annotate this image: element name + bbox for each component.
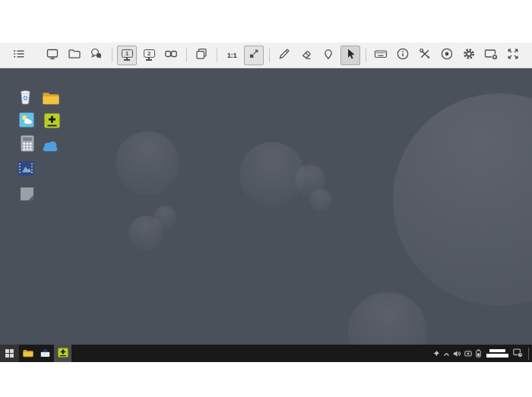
green-plus-app-icon: [58, 347, 68, 361]
monitor-1-icon: 1: [122, 49, 133, 60]
monitor-2-button[interactable]: 2: [139, 46, 159, 65]
chat-button[interactable]: [87, 46, 106, 65]
list-menu-icon: [12, 47, 26, 64]
dual-monitor-icon: [164, 47, 178, 64]
record-button[interactable]: [437, 46, 457, 65]
green-plus-app-icon[interactable]: [43, 112, 61, 130]
tools-button[interactable]: [415, 46, 435, 65]
laser-pointer-button[interactable]: [318, 46, 338, 65]
tray-pin-icon[interactable]: [432, 347, 440, 361]
settings-button[interactable]: [459, 46, 479, 65]
cloud-app-icon[interactable]: [41, 137, 59, 155]
cursor-button[interactable]: [340, 46, 360, 65]
chat-bubbles-icon: [90, 47, 103, 64]
record-icon: [440, 47, 454, 64]
actual-size-label: 1:1: [227, 51, 237, 59]
recycle-bin-icon[interactable]: [16, 87, 34, 106]
yellow-folder-icon[interactable]: [42, 89, 60, 107]
show-desktop-strip[interactable]: [528, 348, 529, 360]
map-pin-icon: [321, 47, 335, 64]
eraser-icon: [299, 47, 313, 64]
wallpaper-bubble: [128, 216, 163, 250]
file-transfer-button[interactable]: [65, 46, 84, 65]
file-explorer-button[interactable]: [19, 345, 36, 362]
toolbar-separator: [217, 49, 217, 62]
viewer-window: 1 2: [0, 0, 532, 397]
monitors-button[interactable]: [43, 46, 62, 65]
keyboard-button[interactable]: [371, 46, 391, 65]
monitor-1-label: 1: [125, 51, 128, 57]
volume-icon[interactable]: [453, 347, 461, 361]
toolbar-separator: [186, 49, 187, 62]
taskbar: [0, 345, 532, 362]
pencil-icon: [277, 47, 291, 64]
pencil-button[interactable]: [274, 46, 294, 65]
yellow-folder-icon: [23, 347, 33, 361]
monitor-icon: [46, 47, 59, 64]
expand-arrows-icon: [506, 47, 520, 64]
green-plus-app-button[interactable]: [54, 345, 71, 362]
folder-icon: [68, 47, 81, 64]
keyboard-icon: [374, 47, 388, 64]
hidden-icons-chevron-icon[interactable]: [443, 347, 450, 361]
wallpaper-bubble: [116, 131, 179, 195]
clock-area[interactable]: [486, 349, 508, 358]
display-icon[interactable]: [464, 347, 472, 361]
actual-size-button[interactable]: 1:1: [222, 46, 242, 65]
cascade-windows-button[interactable]: [192, 46, 211, 65]
start-button[interactable]: [0, 345, 19, 362]
menu-button[interactable]: [9, 46, 29, 65]
monitor-2-label: 2: [147, 51, 150, 57]
toolbar-separator: [269, 49, 270, 62]
weather-app-icon[interactable]: [17, 111, 36, 129]
info-icon: [396, 47, 410, 64]
scale-arrow-icon: [248, 48, 260, 63]
mail-button[interactable]: [36, 345, 54, 362]
monitor-1-button[interactable]: 1: [117, 46, 137, 65]
gear-icon: [462, 47, 476, 64]
system-tray: [432, 345, 532, 362]
remote-desktop[interactable]: [0, 68, 532, 362]
crossed-tools-icon: [418, 47, 432, 64]
mail-envelope-icon: [40, 347, 50, 361]
disconnect-button[interactable]: [481, 46, 501, 65]
fullscreen-button[interactable]: [503, 46, 523, 65]
monitor-2-icon: 2: [144, 49, 155, 60]
movies-app-icon[interactable]: [17, 159, 35, 178]
windows-logo-icon: [5, 347, 14, 361]
cascade-windows-icon: [195, 47, 208, 64]
wallpaper-bubble: [393, 93, 532, 306]
toolbar-separator: [112, 49, 112, 62]
scaled-view-button[interactable]: [244, 46, 264, 65]
calculator-app-icon[interactable]: [18, 134, 36, 153]
wallpaper-bubble: [309, 189, 332, 212]
notes-app-icon[interactable]: [17, 184, 36, 203]
clock-date-bar: [486, 354, 508, 358]
cursor-arrow-icon: [344, 47, 357, 64]
action-center-icon[interactable]: [513, 347, 523, 361]
battery-icon[interactable]: [475, 347, 482, 361]
clock-time-bar: [489, 349, 505, 352]
all-monitors-button[interactable]: [161, 46, 181, 65]
toolbar-separator: [366, 49, 366, 62]
viewer-toolbar: 1 2: [0, 43, 532, 68]
info-button[interactable]: [393, 46, 413, 65]
eraser-button[interactable]: [296, 46, 316, 65]
monitor-close-icon: [484, 47, 499, 64]
